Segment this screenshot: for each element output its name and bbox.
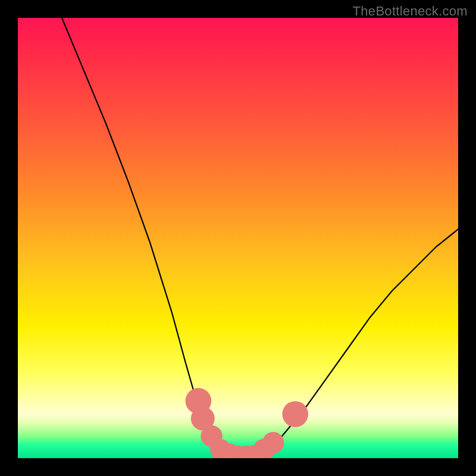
watermark-text: TheBottleneck.com — [353, 4, 468, 19]
plot-area — [18, 18, 458, 458]
marker-dot — [282, 401, 308, 427]
marker-dot — [262, 432, 284, 453]
curve-markers — [186, 388, 308, 458]
bottleneck-curve — [62, 18, 458, 458]
chart-frame: TheBottleneck.com — [0, 0, 476, 476]
curve-layer — [18, 18, 458, 458]
